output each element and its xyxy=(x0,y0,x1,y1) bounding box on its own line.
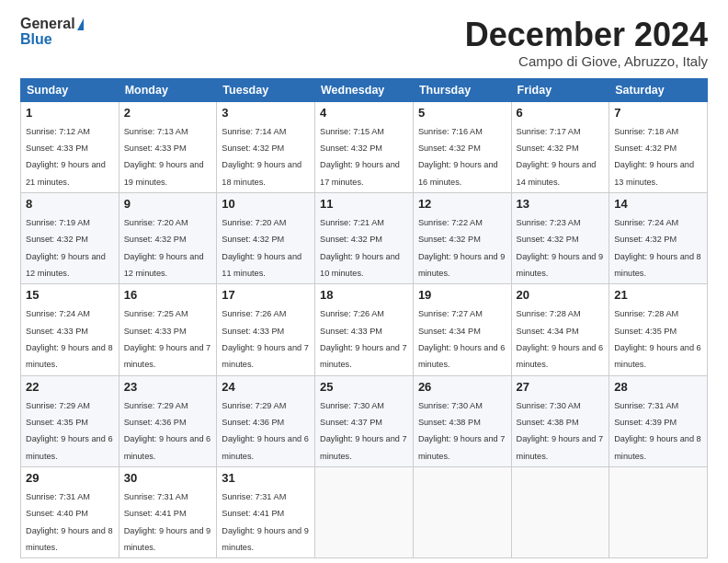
day-number: 8 xyxy=(26,197,114,211)
table-row: 22 Sunrise: 7:29 AMSunset: 4:35 PMDaylig… xyxy=(21,375,119,466)
day-number: 1 xyxy=(26,106,114,120)
table-row xyxy=(413,467,511,558)
day-number: 7 xyxy=(614,106,702,120)
table-row: 8 Sunrise: 7:19 AMSunset: 4:32 PMDayligh… xyxy=(21,192,119,283)
day-info: Sunrise: 7:30 AMSunset: 4:38 PMDaylight:… xyxy=(517,401,604,461)
day-number: 13 xyxy=(517,197,605,211)
day-number: 29 xyxy=(26,471,114,485)
page: General Blue December 2024 Campo di Giov… xyxy=(0,0,728,563)
day-number: 28 xyxy=(614,380,702,394)
logo-icon xyxy=(77,18,84,30)
day-info: Sunrise: 7:25 AMSunset: 4:33 PMDaylight:… xyxy=(124,309,211,369)
day-info: Sunrise: 7:21 AMSunset: 4:32 PMDaylight:… xyxy=(320,218,400,278)
location: Campo di Giove, Abruzzo, Italy xyxy=(465,53,708,69)
day-info: Sunrise: 7:31 AMSunset: 4:39 PMDaylight:… xyxy=(614,401,701,461)
day-info: Sunrise: 7:24 AMSunset: 4:33 PMDaylight:… xyxy=(26,309,113,369)
table-row: 15 Sunrise: 7:24 AMSunset: 4:33 PMDaylig… xyxy=(21,284,119,375)
day-number: 18 xyxy=(320,288,408,302)
day-number: 27 xyxy=(517,380,605,394)
day-info: Sunrise: 7:29 AMSunset: 4:36 PMDaylight:… xyxy=(124,401,211,461)
day-info: Sunrise: 7:29 AMSunset: 4:35 PMDaylight:… xyxy=(26,401,113,461)
table-row: 13 Sunrise: 7:23 AMSunset: 4:32 PMDaylig… xyxy=(511,192,609,283)
calendar-week-2: 8 Sunrise: 7:19 AMSunset: 4:32 PMDayligh… xyxy=(21,192,708,283)
days-header-row: SundayMondayTuesdayWednesdayThursdayFrid… xyxy=(21,78,708,101)
day-number: 31 xyxy=(222,471,310,485)
table-row: 25 Sunrise: 7:30 AMSunset: 4:37 PMDaylig… xyxy=(315,375,414,466)
day-header-saturday: Saturday xyxy=(609,78,708,101)
table-row: 1 Sunrise: 7:12 AMSunset: 4:33 PMDayligh… xyxy=(21,101,119,192)
day-info: Sunrise: 7:31 AMSunset: 4:41 PMDaylight:… xyxy=(124,492,211,552)
day-number: 11 xyxy=(320,197,408,211)
day-header-thursday: Thursday xyxy=(413,78,511,101)
day-info: Sunrise: 7:15 AMSunset: 4:32 PMDaylight:… xyxy=(320,127,400,187)
table-row: 6 Sunrise: 7:17 AMSunset: 4:32 PMDayligh… xyxy=(511,101,609,192)
day-number: 5 xyxy=(418,106,506,120)
table-row: 17 Sunrise: 7:26 AMSunset: 4:33 PMDaylig… xyxy=(217,284,315,375)
day-number: 14 xyxy=(614,197,702,211)
table-row: 19 Sunrise: 7:27 AMSunset: 4:34 PMDaylig… xyxy=(413,284,511,375)
title-block: December 2024 Campo di Giove, Abruzzo, I… xyxy=(465,17,708,69)
day-number: 15 xyxy=(26,288,114,302)
day-header-monday: Monday xyxy=(119,78,217,101)
day-info: Sunrise: 7:26 AMSunset: 4:33 PMDaylight:… xyxy=(320,309,407,369)
logo-general-text: General xyxy=(20,17,75,31)
day-info: Sunrise: 7:28 AMSunset: 4:35 PMDaylight:… xyxy=(614,309,701,369)
table-row: 26 Sunrise: 7:30 AMSunset: 4:38 PMDaylig… xyxy=(413,375,511,466)
day-header-sunday: Sunday xyxy=(21,78,119,101)
calendar-week-5: 29 Sunrise: 7:31 AMSunset: 4:40 PMDaylig… xyxy=(21,467,708,558)
day-info: Sunrise: 7:23 AMSunset: 4:32 PMDaylight:… xyxy=(517,218,604,278)
table-row: 27 Sunrise: 7:30 AMSunset: 4:38 PMDaylig… xyxy=(511,375,609,466)
header: General Blue December 2024 Campo di Giov… xyxy=(20,17,708,69)
day-number: 30 xyxy=(124,471,212,485)
calendar-week-3: 15 Sunrise: 7:24 AMSunset: 4:33 PMDaylig… xyxy=(21,284,708,375)
day-number: 24 xyxy=(222,380,310,394)
day-number: 22 xyxy=(26,380,114,394)
day-info: Sunrise: 7:27 AMSunset: 4:34 PMDaylight:… xyxy=(418,309,506,369)
table-row xyxy=(315,467,414,558)
day-number: 3 xyxy=(222,106,310,120)
day-info: Sunrise: 7:18 AMSunset: 4:32 PMDaylight:… xyxy=(614,127,694,187)
day-number: 9 xyxy=(124,197,212,211)
day-number: 26 xyxy=(418,380,506,394)
day-number: 20 xyxy=(517,288,605,302)
logo-blue-text: Blue xyxy=(20,31,52,48)
table-row: 31 Sunrise: 7:31 AMSunset: 4:41 PMDaylig… xyxy=(217,467,315,558)
table-row: 30 Sunrise: 7:31 AMSunset: 4:41 PMDaylig… xyxy=(119,467,217,558)
day-info: Sunrise: 7:28 AMSunset: 4:34 PMDaylight:… xyxy=(517,309,604,369)
day-info: Sunrise: 7:19 AMSunset: 4:32 PMDaylight:… xyxy=(26,218,106,278)
calendar-week-1: 1 Sunrise: 7:12 AMSunset: 4:33 PMDayligh… xyxy=(21,101,708,192)
table-row: 5 Sunrise: 7:16 AMSunset: 4:32 PMDayligh… xyxy=(413,101,511,192)
day-info: Sunrise: 7:20 AMSunset: 4:32 PMDaylight:… xyxy=(222,218,301,278)
table-row: 20 Sunrise: 7:28 AMSunset: 4:34 PMDaylig… xyxy=(511,284,609,375)
day-number: 19 xyxy=(418,288,506,302)
day-number: 25 xyxy=(320,380,408,394)
day-number: 2 xyxy=(124,106,212,120)
table-row: 9 Sunrise: 7:20 AMSunset: 4:32 PMDayligh… xyxy=(119,192,217,283)
calendar-week-4: 22 Sunrise: 7:29 AMSunset: 4:35 PMDaylig… xyxy=(21,375,708,466)
table-row: 21 Sunrise: 7:28 AMSunset: 4:35 PMDaylig… xyxy=(609,284,708,375)
day-number: 6 xyxy=(517,106,605,120)
day-info: Sunrise: 7:31 AMSunset: 4:41 PMDaylight:… xyxy=(222,492,309,552)
table-row: 18 Sunrise: 7:26 AMSunset: 4:33 PMDaylig… xyxy=(315,284,414,375)
day-info: Sunrise: 7:30 AMSunset: 4:38 PMDaylight:… xyxy=(418,401,506,461)
day-info: Sunrise: 7:24 AMSunset: 4:32 PMDaylight:… xyxy=(614,218,701,278)
table-row: 10 Sunrise: 7:20 AMSunset: 4:32 PMDaylig… xyxy=(217,192,315,283)
day-info: Sunrise: 7:29 AMSunset: 4:36 PMDaylight:… xyxy=(222,401,309,461)
table-row xyxy=(511,467,609,558)
day-number: 4 xyxy=(320,106,408,120)
day-number: 17 xyxy=(222,288,310,302)
table-row: 3 Sunrise: 7:14 AMSunset: 4:32 PMDayligh… xyxy=(217,101,315,192)
table-row: 14 Sunrise: 7:24 AMSunset: 4:32 PMDaylig… xyxy=(609,192,708,283)
logo: General Blue xyxy=(20,17,84,48)
day-number: 21 xyxy=(614,288,702,302)
day-info: Sunrise: 7:13 AMSunset: 4:33 PMDaylight:… xyxy=(124,127,204,187)
table-row: 29 Sunrise: 7:31 AMSunset: 4:40 PMDaylig… xyxy=(21,467,119,558)
table-row: 2 Sunrise: 7:13 AMSunset: 4:33 PMDayligh… xyxy=(119,101,217,192)
table-row: 16 Sunrise: 7:25 AMSunset: 4:33 PMDaylig… xyxy=(119,284,217,375)
table-row xyxy=(609,467,708,558)
day-info: Sunrise: 7:16 AMSunset: 4:32 PMDaylight:… xyxy=(418,127,498,187)
day-header-friday: Friday xyxy=(511,78,609,101)
day-info: Sunrise: 7:30 AMSunset: 4:37 PMDaylight:… xyxy=(320,401,407,461)
calendar: SundayMondayTuesdayWednesdayThursdayFrid… xyxy=(20,78,708,559)
table-row: 12 Sunrise: 7:22 AMSunset: 4:32 PMDaylig… xyxy=(413,192,511,283)
